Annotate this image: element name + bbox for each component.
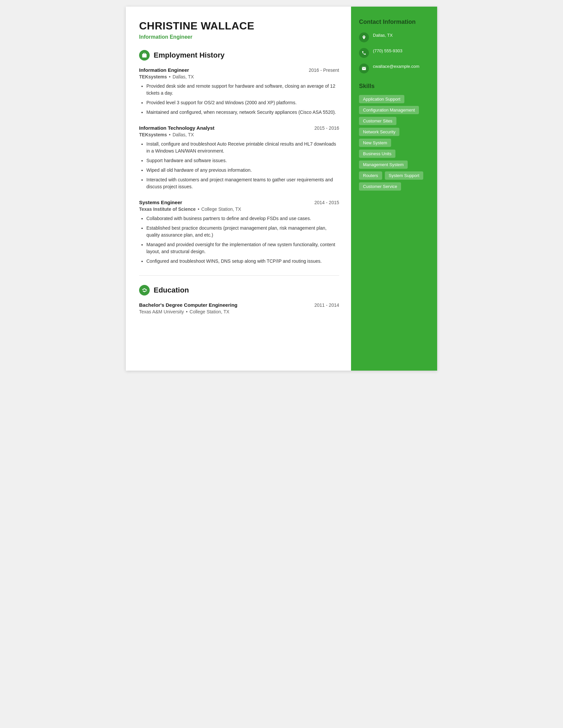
right-panel: Contact Information Dallas, TX (770) 555… bbox=[351, 7, 437, 371]
education-section-title: Education bbox=[154, 286, 189, 295]
contact-email: cwallace@example.com bbox=[359, 63, 429, 73]
bullet-item: Maintained and configured, when necessar… bbox=[146, 109, 339, 116]
education-section: Education Bachelor's Degree Computer Eng… bbox=[139, 285, 339, 314]
job-company: TEKsystems•Dallas, TX bbox=[139, 74, 339, 79]
contact-location: Dallas, TX bbox=[359, 32, 429, 42]
bullet-item: Install, configure and troubleshoot Auto… bbox=[146, 141, 339, 155]
job-title: Systems Engineer bbox=[139, 200, 182, 205]
name-section: CHRISTINE WALLACE Information Engineer bbox=[139, 20, 339, 40]
job-dates: 2014 - 2015 bbox=[314, 200, 339, 205]
bullet-item: Support hardware and software issues. bbox=[146, 157, 339, 164]
location-icon bbox=[359, 32, 369, 42]
job-dates: 2015 - 2016 bbox=[314, 125, 339, 131]
job-entry: Systems Engineer2014 - 2015Texas Institu… bbox=[139, 200, 339, 265]
employment-section: Employment History Information Engineer2… bbox=[139, 50, 339, 265]
left-panel: CHRISTINE WALLACE Information Engineer E… bbox=[126, 7, 351, 371]
bullet-item: Provided desk side and remote support fo… bbox=[146, 83, 339, 97]
candidate-name: CHRISTINE WALLACE bbox=[139, 20, 339, 32]
skill-tag: Configuration Management bbox=[359, 106, 419, 114]
phone-icon bbox=[359, 48, 369, 58]
employment-icon bbox=[139, 50, 150, 61]
skill-tag: Customer Sites bbox=[359, 117, 397, 125]
skill-tag: Routers bbox=[359, 171, 382, 180]
email-icon bbox=[359, 64, 369, 73]
job-company: TEKsystems•Dallas, TX bbox=[139, 132, 339, 137]
bullet-item: Established best practice documents (pro… bbox=[146, 225, 339, 239]
candidate-title: Information Engineer bbox=[139, 34, 339, 40]
job-title: Information Engineer bbox=[139, 67, 189, 73]
job-entry: Information Engineer2016 - PresentTEKsys… bbox=[139, 67, 339, 116]
employment-header: Employment History bbox=[139, 50, 339, 61]
education-header: Education bbox=[139, 285, 339, 296]
skill-tag: System Support bbox=[385, 171, 424, 180]
bullet-item: Provided level 3 support for OS/2 and Wi… bbox=[146, 99, 339, 106]
skill-tag: Application Support bbox=[359, 95, 404, 103]
bullet-item: Configured and troubleshoot WINS, DNS se… bbox=[146, 258, 339, 265]
skill-tag: Network Security bbox=[359, 128, 399, 136]
contact-section-title: Contact Information bbox=[359, 19, 429, 25]
job-bullets: Provided desk side and remote support fo… bbox=[139, 83, 339, 116]
education-list: Bachelor's Degree Computer Engineering20… bbox=[139, 302, 339, 314]
bullet-item: Collaborated with business partners to d… bbox=[146, 215, 339, 222]
employment-section-title: Employment History bbox=[154, 51, 224, 60]
job-title: Information Technology Analyst bbox=[139, 125, 214, 131]
job-dates: 2016 - Present bbox=[309, 68, 339, 73]
school-info: Texas A&M University•College Station, TX bbox=[139, 309, 339, 314]
bullet-item: Wiped all old hardware of any previous i… bbox=[146, 167, 339, 174]
contact-phone: (770) 555-9303 bbox=[359, 48, 429, 58]
job-entry: Information Technology Analyst2015 - 201… bbox=[139, 125, 339, 190]
skill-tag: Customer Service bbox=[359, 182, 401, 191]
email-text: cwallace@example.com bbox=[373, 63, 419, 70]
education-icon bbox=[139, 285, 150, 296]
degree-title: Bachelor's Degree Computer Engineering bbox=[139, 302, 237, 308]
phone-text: (770) 555-9303 bbox=[373, 48, 402, 54]
bullet-item: Interacted with customers and project ma… bbox=[146, 176, 339, 190]
job-bullets: Install, configure and troubleshoot Auto… bbox=[139, 141, 339, 190]
skill-tag: Management System bbox=[359, 160, 408, 169]
skills-section-title: Skills bbox=[359, 83, 429, 90]
resume-container: CHRISTINE WALLACE Information Engineer E… bbox=[126, 7, 437, 371]
location-text: Dallas, TX bbox=[373, 32, 393, 39]
section-divider bbox=[139, 275, 339, 276]
job-company: Texas Institute of Science•College Stati… bbox=[139, 206, 339, 212]
job-bullets: Collaborated with business partners to d… bbox=[139, 215, 339, 265]
bullet-item: Managed and provided oversight for the i… bbox=[146, 241, 339, 255]
jobs-list: Information Engineer2016 - PresentTEKsys… bbox=[139, 67, 339, 265]
education-entry: Bachelor's Degree Computer Engineering20… bbox=[139, 302, 339, 314]
skill-tag: New System bbox=[359, 139, 391, 147]
skill-tag: Business Units bbox=[359, 150, 396, 158]
skills-container: Application SupportConfiguration Managem… bbox=[359, 95, 429, 191]
education-dates: 2011 - 2014 bbox=[314, 302, 339, 308]
